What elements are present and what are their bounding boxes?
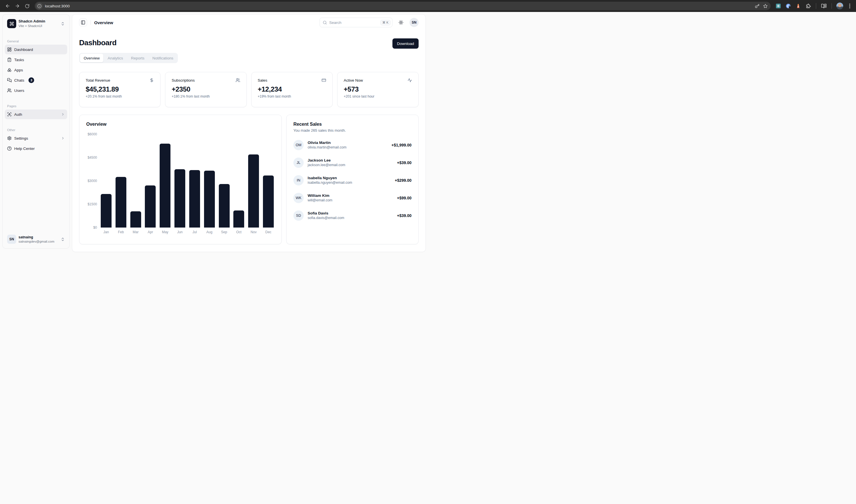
bar-column [115, 134, 127, 228]
stat-note: +19% from last month [258, 94, 326, 98]
sidebar-item-label: Apps [14, 68, 23, 72]
theme-toggle-button[interactable] [397, 18, 405, 27]
main-header: Overview Search ⌘ K SN [72, 15, 425, 31]
avatar: OM [293, 140, 304, 150]
sale-row: IN Isabella Nguyen isabella.nguyen@email… [293, 175, 412, 185]
sidebar: Shadcn Admin Vite + ShadcnUI General Das… [2, 14, 70, 249]
forward-button[interactable] [13, 2, 22, 10]
stat-title: Total Revenue [86, 78, 110, 83]
sale-name: Sofia Davis [308, 211, 393, 216]
stat-title: Sales [258, 78, 267, 83]
sale-email: isabella.nguyen@email.com [308, 180, 391, 185]
y-tick-label: $0 [93, 226, 97, 230]
x-tick-label: Jul [189, 230, 200, 234]
sale-amount: +$299.00 [395, 178, 412, 183]
x-tick-label: Feb [115, 230, 127, 234]
overview-chart-card: Overview $0$1500$3000$4500$6000 JanFebMa… [79, 115, 282, 244]
breadcrumb: Overview [94, 20, 113, 25]
sidebar-item-dashboard[interactable]: Dashboard [5, 44, 67, 54]
url-text: localhost:3000 [45, 4, 428, 8]
recent-sales-title: Recent Sales [293, 122, 412, 127]
dashboard-icon [7, 47, 12, 52]
chart-bar [248, 155, 259, 228]
sale-row: WK William Kim will@email.com +$99.00 [293, 193, 412, 203]
user-email: satnaingdev@gmail.com [18, 240, 58, 243]
sidebar-item-settings[interactable]: Settings [5, 133, 67, 143]
stat-value: $45,231.89 [86, 85, 154, 93]
y-tick-label: $3000 [88, 179, 97, 183]
recent-sales-card: Recent Sales You made 265 sales this mon… [286, 115, 419, 244]
tab-overview[interactable]: Overview [80, 54, 103, 62]
stat-cards-row: Total Revenue $45,231.89 +20.1% from las… [79, 72, 419, 107]
bar-column [204, 134, 215, 228]
sale-amount: +$99.00 [397, 196, 412, 200]
stat-value: +2350 [172, 85, 240, 93]
search-input[interactable]: Search ⌘ K [319, 18, 392, 27]
sidebar-item-help-center[interactable]: Help Center [5, 144, 67, 153]
section-label-pages: Pages [5, 103, 67, 109]
sidebar-toggle-button[interactable] [79, 18, 87, 26]
team-switcher[interactable]: Shadcn Admin Vite + ShadcnUI [5, 17, 67, 31]
page-title: Dashboard [79, 38, 117, 47]
stat-note: +20.1% from last month [86, 94, 154, 98]
bar-column [174, 134, 186, 228]
search-shortcut-kbd: ⌘ K [381, 20, 390, 25]
chevron-right-icon [61, 112, 65, 116]
chart-bar [189, 170, 200, 228]
download-button[interactable]: Download [392, 38, 419, 49]
avatar: IN [293, 175, 304, 185]
chart-plot [100, 134, 275, 228]
x-tick-label: Apr [144, 230, 156, 234]
chart-bar [160, 144, 171, 228]
sidebar-item-tasks[interactable]: Tasks [5, 55, 67, 65]
activity-icon [407, 78, 412, 83]
bar-column [189, 134, 200, 228]
x-tick-label: Dec [263, 230, 274, 234]
sidebar-item-label: Auth [14, 112, 22, 116]
apps-boxes-icon [7, 68, 12, 72]
back-button[interactable] [3, 2, 12, 10]
sidebar-item-label: Dashboard [14, 48, 33, 52]
tab-notifications[interactable]: Notifications [149, 54, 177, 62]
site-info-icon[interactable] [36, 3, 43, 10]
chart-bar [219, 184, 230, 228]
sidebar-item-label: Users [14, 88, 24, 93]
chart-bar [174, 169, 185, 228]
stat-note: +180.1% from last month [172, 94, 240, 98]
team-name: Shadcn Admin [18, 19, 58, 24]
tabs-bar: Overview Analytics Reports Notifications [79, 53, 178, 63]
sidebar-item-apps[interactable]: Apps [5, 65, 67, 75]
help-circle-icon [7, 146, 12, 151]
chart-title: Overview [86, 122, 275, 127]
profile-avatar[interactable]: SN [409, 18, 419, 27]
chart-bar [130, 211, 141, 228]
chevrons-up-down-icon [60, 22, 65, 26]
section-label-other: Other [5, 127, 67, 133]
sidebar-nav: General Dashboard Tasks [5, 38, 67, 153]
sale-row: JL Jackson Lee jackson.lee@email.com +$3… [293, 158, 412, 168]
app-shell: Shadcn Admin Vite + ShadcnUI General Das… [0, 12, 428, 252]
sale-amount: +$1,999.00 [391, 143, 412, 147]
chart-bar [204, 170, 215, 228]
bar-column [219, 134, 230, 228]
sidebar-item-users[interactable]: Users [5, 86, 67, 95]
stat-title: Subscriptions [172, 78, 195, 83]
search-icon [323, 20, 327, 25]
credit-card-icon [321, 78, 326, 83]
x-tick-label: Aug [204, 230, 215, 234]
avatar: WK [293, 193, 304, 203]
sidebar-item-auth[interactable]: Auth [5, 109, 67, 119]
tab-analytics[interactable]: Analytics [104, 54, 127, 62]
sidebar-item-chats[interactable]: Chats 3 [5, 75, 67, 85]
users-icon [235, 78, 240, 83]
reload-button[interactable] [23, 2, 31, 10]
y-tick-label: $6000 [88, 132, 97, 136]
sale-email: sofia.davis@email.com [308, 216, 393, 220]
bar-column [130, 134, 141, 228]
chart-bar [116, 177, 126, 228]
user-menu[interactable]: SN satnaing satnaingdev@gmail.com [5, 232, 67, 246]
bar-column [248, 134, 259, 228]
x-tick-label: Oct [233, 230, 244, 234]
address-bar[interactable]: localhost:3000 [35, 2, 428, 10]
tab-reports[interactable]: Reports [127, 54, 148, 62]
